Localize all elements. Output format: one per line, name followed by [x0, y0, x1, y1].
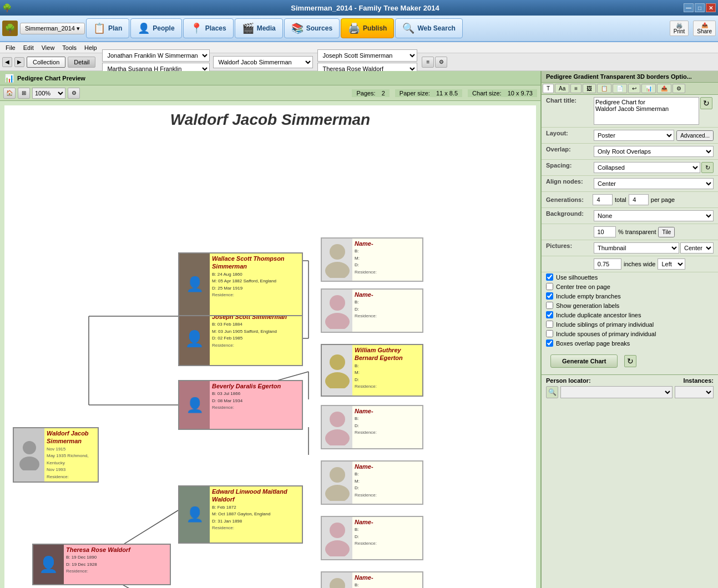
person-dropdown-4[interactable]: Joseph Scott Simmerman	[317, 49, 417, 62]
person-joseph-scott[interactable]: 👤 Joseph Scott Simmerman B: 03 Feb 1884 …	[178, 311, 303, 366]
silhouettes-label: Use silhouettes	[556, 274, 598, 281]
panel-tab-align[interactable]: ≡	[570, 84, 582, 93]
inches-spinner[interactable]	[594, 258, 621, 270]
fit-button[interactable]: ⊞	[18, 88, 30, 99]
generations-spinner[interactable]	[593, 194, 613, 205]
advanced-button[interactable]: Advanced...	[676, 130, 714, 141]
minimize-button[interactable]: —	[684, 3, 694, 12]
menu-view[interactable]: View	[38, 44, 58, 52]
person-william[interactable]: William Guthrey Bernard Egerton B: M: D:…	[321, 344, 423, 397]
tab-media[interactable]: 🎬 Media	[235, 18, 283, 38]
app-dropdown[interactable]: Simmerman_2014 ▾	[20, 23, 85, 34]
share-label: Share	[697, 28, 712, 34]
person-waldorf-primary[interactable]: Waldorf Jacob Simmerman Nov 1915 May 193…	[13, 427, 99, 483]
person-unknown-3[interactable]: Name- B: D: Residence:	[321, 405, 423, 449]
maximize-button[interactable]: □	[695, 3, 705, 12]
generate-chart-button[interactable]: Generate Chart	[550, 354, 618, 368]
menu-file[interactable]: File	[2, 44, 19, 52]
chart-settings-button[interactable]: ⚙	[68, 88, 80, 99]
pictures-row: Pictures: Thumbnail Large Center Left Ri…	[542, 240, 718, 256]
person-unknown-5[interactable]: Name- B: D: Residence:	[321, 516, 423, 560]
svg-point-15	[330, 244, 345, 260]
title-refresh-btn[interactable]: ↻	[700, 97, 712, 109]
person-unknown-1[interactable]: Name- B: M: D: Residence:	[321, 237, 423, 282]
generate-refresh-btn[interactable]: ↻	[624, 355, 636, 367]
include-dup-checkbox[interactable]	[546, 311, 553, 318]
panel-tab-font[interactable]: Aa	[555, 84, 569, 93]
chart-title-input[interactable]: Pedigree Chart for Waldorf Jacob Simmerm…	[594, 97, 699, 125]
show-gen-checkbox[interactable]	[546, 302, 553, 309]
instances-select[interactable]	[675, 386, 714, 398]
unknown3-info: Name- B: D: Residence:	[352, 406, 422, 448]
panel-tab-settings2[interactable]: ⚙	[673, 84, 685, 93]
inches-align-select[interactable]: Left Center Right	[658, 258, 685, 270]
print-button[interactable]: 🖨️ Print	[670, 21, 689, 36]
center-tree-checkbox[interactable]	[546, 283, 553, 290]
person-dropdown-2[interactable]: Waldorf Jacob Simmerman	[213, 56, 313, 68]
include-siblings-checkbox[interactable]	[546, 321, 553, 328]
menu-edit[interactable]: Edit	[20, 44, 37, 52]
include-empty-checkbox[interactable]	[546, 292, 553, 300]
tab-websearch[interactable]: 🔍 Web Search	[395, 18, 462, 38]
panel-tab-chart[interactable]: 📊	[641, 84, 656, 93]
person-unknown-6[interactable]: Name- B: M: D: Residence:	[321, 571, 423, 588]
person-beverly[interactable]: 👤 Beverly Daralis Egerton B: 03 Jul 1866…	[178, 380, 303, 430]
person-theresa-rose[interactable]: 👤 Theresa Rose Waldorf B: 19 Dec 1890 D:…	[32, 544, 171, 585]
person-unknown-4[interactable]: Name- B: M: D: Residence:	[321, 460, 423, 505]
layout-select[interactable]: Poster Book	[594, 130, 674, 141]
svg-point-16	[325, 262, 350, 278]
generations-total-spinner[interactable]	[629, 194, 649, 205]
include-spouses-checkbox[interactable]	[546, 330, 553, 337]
spacing-refresh-btn[interactable]: ↻	[701, 162, 714, 173]
panel-tab-text[interactable]: T	[543, 84, 554, 93]
person-edward[interactable]: 👤 Edward Linwood Maitland Waldorf B: Feb…	[178, 485, 303, 544]
person-wallace[interactable]: 👤 Wallace Scott Thompson Simmerman B: 24…	[178, 252, 303, 316]
transparent-spinner[interactable]	[594, 226, 616, 237]
tab-people[interactable]: 👤 People	[130, 18, 181, 38]
person-dropdown-1[interactable]: Jonathan Franklin W Simmerman	[102, 49, 210, 62]
detail-button[interactable]: Detail	[68, 57, 95, 68]
locator-search-icon[interactable]: 🔍	[546, 386, 558, 398]
close-button[interactable]: ✕	[706, 3, 716, 12]
back-button[interactable]: ◀	[2, 57, 12, 67]
spacing-select[interactable]: Collapsed Expanded	[594, 162, 700, 173]
photo-joseph: 👤	[179, 312, 210, 365]
list-view-button[interactable]: ≡	[422, 57, 434, 68]
tab-sources[interactable]: 📚 Sources	[284, 18, 340, 38]
forward-button[interactable]: ▶	[14, 57, 24, 67]
tab-places[interactable]: 📍 Places	[183, 18, 234, 38]
align-select[interactable]: Center Left Right	[594, 178, 714, 189]
chart-title-value[interactable]: Pedigree Chart for Waldorf Jacob Simmerm…	[594, 97, 714, 125]
tab-plan[interactable]: 📋 Plan	[86, 18, 129, 38]
pictures-select[interactable]: Thumbnail Large	[594, 242, 679, 254]
overlap-select[interactable]: Only Root Overlaps No Overlaps All Overl…	[594, 146, 714, 157]
tab-publish[interactable]: 🖨️ Publish	[341, 18, 394, 38]
panel-tab-undo[interactable]: ↩	[628, 84, 640, 93]
tab-plan-label: Plan	[108, 24, 122, 32]
zoom-select[interactable]: 100% 75% 50%	[32, 88, 65, 99]
svg-point-17	[330, 295, 345, 311]
background-select[interactable]: None Color Image	[594, 210, 714, 221]
panel-tab-export[interactable]: 📤	[657, 84, 671, 93]
menu-help[interactable]: Help	[81, 44, 100, 52]
silhouettes-checkbox[interactable]	[546, 273, 553, 281]
person-unknown-2[interactable]: Name- B: D: Residence:	[321, 288, 423, 333]
panel-tab-copy[interactable]: 📋	[597, 84, 611, 93]
pictures-align-select[interactable]: Center Left Right	[680, 242, 714, 254]
boxes-overlap-checkbox[interactable]	[546, 339, 553, 347]
unknown4-name: Name-	[355, 463, 420, 470]
photo-unknown2	[322, 290, 352, 332]
locator-select[interactable]	[560, 386, 673, 398]
panel-tab-paste[interactable]: 📄	[613, 84, 627, 93]
share-button[interactable]: 📤 Share	[693, 21, 716, 36]
settings-view-button[interactable]: ⚙	[435, 57, 447, 68]
chart-canvas[interactable]: Waldorf Jacob Simmerman	[4, 105, 536, 588]
tile-button[interactable]: Tile	[658, 227, 675, 237]
checkbox-boxes-overlap: Boxes overlap page breaks	[542, 338, 718, 348]
panel-tab-image[interactable]: 🖼	[583, 84, 596, 93]
home-button[interactable]: 🏠	[3, 88, 16, 99]
chart-title: Waldorf Jacob Simmerman	[4, 105, 536, 131]
menu-tools[interactable]: Tools	[59, 44, 80, 52]
collection-button[interactable]: Collection	[27, 57, 65, 68]
person-locator-section: Person locator: Instances: 🔍	[542, 374, 718, 401]
